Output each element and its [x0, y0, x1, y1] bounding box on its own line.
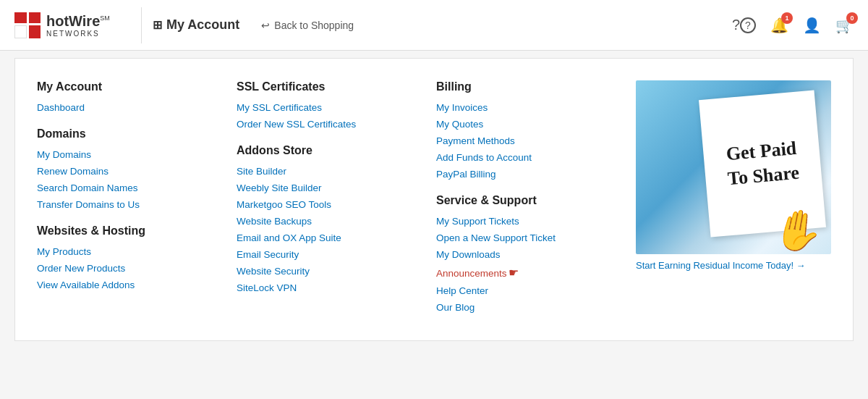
link-weebly[interactable]: Weebly Site Builder [237, 182, 422, 193]
link-transfer-domains[interactable]: Transfer Domains to Us [37, 199, 222, 210]
back-to-shopping-button[interactable]: ↩ Back to Shopping [261, 20, 354, 31]
section-title-websites-hosting: Websites & Hosting [37, 224, 222, 238]
link-open-support-ticket[interactable]: Open a New Support Ticket [436, 232, 621, 243]
link-my-domains[interactable]: My Domains [37, 149, 222, 160]
link-sitelock-vpn[interactable]: SiteLock VPN [237, 282, 422, 293]
section-title-service-support: Service & Support [436, 194, 621, 207]
link-announcements[interactable]: Announcements☛ [436, 266, 621, 280]
link-view-available-addons[interactable]: View Available Addons [37, 280, 222, 290]
logo-sq-tr [29, 12, 41, 24]
section-title-billing: Billing [436, 80, 621, 93]
link-add-funds[interactable]: Add Funds to Account [436, 152, 621, 163]
link-marketgoo[interactable]: Marketgoo SEO Tools [237, 199, 422, 210]
grid-icon: ⊞ [153, 18, 162, 32]
help-button[interactable]: ? .help-circle { width:22px;height:22px;… [732, 17, 756, 33]
my-account-header: ⊞ My Account [153, 17, 239, 33]
ad-banner-image[interactable]: Get PaidTo Share ✋ [636, 80, 831, 254]
logo-text: hotWireSM NETWORKS [46, 12, 110, 38]
link-renew-domains[interactable]: Renew Domains [37, 166, 222, 177]
ad-paper-text: Get PaidTo Share [725, 136, 801, 191]
cart-button[interactable]: 🛒 0 [835, 17, 854, 34]
help-circle-icon: ? [740, 17, 756, 33]
back-label: Back to Shopping [274, 20, 354, 31]
link-website-backups[interactable]: Website Backups [237, 216, 422, 227]
section-title-my-account: My Account [37, 80, 222, 93]
link-email-security[interactable]: Email Security [237, 249, 422, 260]
link-my-quotes[interactable]: My Quotes [436, 119, 621, 130]
link-order-new-products[interactable]: Order New Products [37, 263, 222, 274]
cart-badge: 0 [846, 12, 858, 24]
section-title-domains: Domains [37, 127, 222, 140]
help-icon: ? [732, 17, 740, 33]
logo-networks: NETWORKS [46, 30, 110, 38]
link-my-ssl[interactable]: My SSL Certificates [237, 102, 422, 113]
section-title-ssl: SSL Certificates [237, 80, 422, 93]
link-payment-methods[interactable]: Payment Methods [436, 135, 621, 146]
logo-name: hotWireSM [46, 12, 110, 30]
link-my-invoices[interactable]: My Invoices [436, 102, 621, 113]
menu-column-3: Billing My Invoices My Quotes Payment Me… [436, 80, 636, 319]
my-account-label: My Account [166, 17, 239, 33]
link-my-support-tickets[interactable]: My Support Tickets [436, 216, 621, 227]
link-my-downloads[interactable]: My Downloads [436, 249, 621, 260]
link-help-center[interactable]: Help Center [436, 285, 621, 296]
notifications-button[interactable]: 🔔 1 [770, 17, 788, 34]
link-search-domain-names[interactable]: Search Domain Names [37, 182, 222, 193]
header-right: ? .help-circle { width:22px;height:22px;… [732, 17, 854, 34]
logo-sq-br [29, 25, 41, 38]
header-divider [141, 7, 142, 43]
header: hotWireSM NETWORKS ⊞ My Account ↩ Back t… [0, 0, 868, 51]
ad-caption[interactable]: Start Earning Residual Income Today! → [636, 260, 831, 271]
menu-column-1: My Account Dashboard Domains My Domains … [37, 80, 237, 319]
user-icon: 👤 [803, 17, 821, 34]
ad-hand-icon: ✋ [770, 203, 827, 254]
link-email-ox[interactable]: Email and OX App Suite [237, 232, 422, 243]
link-dashboard[interactable]: Dashboard [37, 102, 222, 113]
logo-icon [14, 12, 41, 38]
link-my-products[interactable]: My Products [37, 246, 222, 257]
logo-area: hotWireSM NETWORKS [14, 12, 130, 38]
cursor-icon: ☛ [509, 266, 519, 279]
back-arrow-icon: ↩ [261, 20, 270, 31]
mega-menu: My Account Dashboard Domains My Domains … [14, 58, 854, 341]
notification-badge: 1 [781, 12, 793, 24]
ad-column: Get PaidTo Share ✋ Start Earning Residua… [636, 80, 831, 319]
logo-sq-tl [14, 12, 27, 24]
link-site-builder[interactable]: Site Builder [237, 166, 422, 177]
section-title-addons-store: Addons Store [237, 144, 422, 157]
account-button[interactable]: 👤 [803, 17, 821, 34]
logo-sup: SM [100, 14, 110, 22]
logo-sq-bl [14, 25, 27, 38]
link-our-blog[interactable]: Our Blog [436, 302, 621, 313]
link-order-ssl[interactable]: Order New SSL Certificates [237, 119, 422, 130]
menu-column-2: SSL Certificates My SSL Certificates Ord… [237, 80, 436, 319]
link-paypal-billing[interactable]: PayPal Billing [436, 169, 621, 180]
link-website-security[interactable]: Website Security [237, 266, 422, 277]
